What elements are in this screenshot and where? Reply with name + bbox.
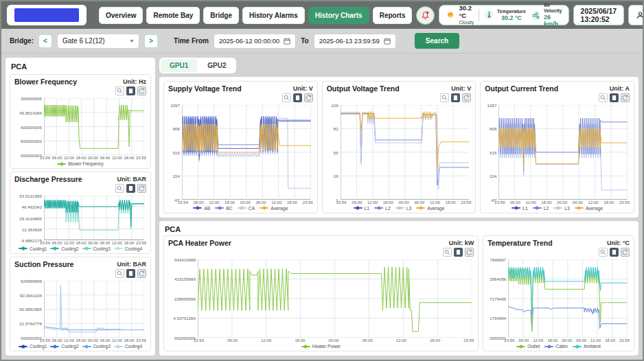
alarm-bell-button[interactable]	[416, 6, 435, 25]
chart-plot[interactable]: 1098255281	[327, 103, 472, 200]
nav-remote-bay[interactable]: Remote Bay	[146, 7, 200, 24]
legend-item-average[interactable]: Average	[416, 206, 444, 211]
save-image-icon[interactable]	[454, 248, 463, 257]
chart-plot[interactable]: 62999999990.394119450.985298521.57647760…	[14, 279, 146, 338]
output-current-chart-card: Output Current Trend Unit: A 10978065152…	[480, 81, 634, 213]
restore-icon[interactable]	[621, 93, 630, 102]
chart-plot[interactable]: 1097806515224-67	[485, 103, 630, 200]
legend-item-cooling3[interactable]: Cooling3	[82, 344, 111, 349]
restore-icon[interactable]	[137, 269, 146, 278]
legend-item-blower-frequency[interactable]: Blower Frequency	[57, 161, 104, 166]
logo-image	[14, 8, 79, 22]
restore-icon[interactable]	[462, 93, 471, 102]
legend-item-cooling2[interactable]: Cooling2	[50, 246, 78, 251]
zoom-icon[interactable]	[599, 248, 608, 257]
legend-item-cooling4[interactable]: Cooling4	[114, 246, 142, 251]
user-icon	[636, 11, 644, 20]
chart-unit: Unit: kW	[449, 240, 474, 246]
legend-label: L2	[544, 206, 549, 211]
legend-item-cooling1[interactable]: Cooling1	[19, 246, 47, 251]
save-image-icon[interactable]	[451, 93, 460, 102]
save-image-icon[interactable]	[126, 269, 135, 278]
zoom-icon[interactable]	[115, 86, 124, 95]
legend-item-l3[interactable]: L3	[553, 206, 570, 211]
x-axis-ticks: 23:5906:0012:0018:0000:0006:0012:0018:00…	[494, 200, 630, 205]
x-axis-tick: 12:00	[526, 200, 536, 205]
y-axis-tick: 1097	[487, 103, 497, 108]
save-image-icon[interactable]	[126, 184, 135, 193]
legend-item-bc[interactable]: BC	[215, 206, 232, 211]
time-to-input[interactable]: 2025-06-13 23:59:59	[314, 34, 396, 49]
legend-item-cooling3[interactable]: Cooling3	[82, 246, 111, 251]
bridge-next-button[interactable]: >	[144, 34, 158, 48]
restore-icon[interactable]	[137, 184, 146, 193]
y-axis-tick: 806	[490, 126, 496, 131]
zoom-icon[interactable]	[443, 248, 452, 257]
legend-item-l2[interactable]: L2	[374, 206, 391, 211]
time-from-input[interactable]: 2025-06-12 00:00:00	[214, 34, 296, 49]
zoom-icon[interactable]	[115, 269, 124, 278]
zoom-icon[interactable]	[599, 93, 608, 102]
legend-item-outlet[interactable]: Outlet	[516, 344, 540, 349]
legend-item-ab[interactable]: AB	[193, 206, 210, 211]
legend-item-cooling1[interactable]: Cooling1	[19, 344, 47, 349]
bridge-prev-button[interactable]: <	[38, 34, 52, 48]
tab-gpu1[interactable]: GPU1	[161, 59, 197, 72]
chart-plot[interactable]: 1097806515224-67	[168, 103, 313, 200]
legend-item-l2[interactable]: L2	[533, 206, 549, 211]
y-axis-tick: 2564066	[490, 277, 506, 281]
legend-item-cooling4[interactable]: Cooling4	[114, 344, 142, 349]
x-axis-tick: 23:59	[136, 338, 146, 342]
bridge-select[interactable]: Gate 6 L2(12)	[57, 34, 139, 49]
chevron-down-icon	[130, 40, 134, 43]
legend-marker-icon	[516, 346, 525, 347]
save-image-icon[interactable]	[610, 93, 619, 102]
legend-item-ca[interactable]: CA	[238, 206, 255, 211]
legend-marker-icon	[215, 207, 224, 209]
zoom-icon[interactable]	[115, 184, 124, 193]
legend-label: Cooling4	[125, 344, 142, 349]
save-image-icon[interactable]	[126, 86, 135, 95]
user-menu[interactable]: admin	[628, 5, 644, 25]
chart-plot[interactable]: 30000000545.8514284600000005600000003000…	[14, 96, 146, 155]
zoom-icon[interactable]	[440, 93, 449, 102]
nav-overview[interactable]: Overview	[99, 7, 143, 24]
save-image-icon[interactable]	[293, 93, 302, 102]
x-axis-tick: 18:00	[547, 338, 557, 342]
x-axis-tick: 23:59	[461, 200, 471, 205]
nav-history-alarms[interactable]: History Alarms	[242, 7, 305, 24]
x-axis-tick: 12:00	[261, 338, 271, 342]
restore-icon[interactable]	[621, 248, 630, 257]
restore-icon[interactable]	[304, 93, 313, 102]
legend-label: Cooling1	[30, 246, 47, 251]
search-button[interactable]: Search	[415, 33, 459, 49]
zoom-icon[interactable]	[282, 93, 291, 102]
top-bar: Overview Remote Bay Bridge History Alarm…	[1, 1, 643, 29]
legend-item-heater-power[interactable]: Heater Power	[301, 344, 341, 349]
chart-plot[interactable]: 53.513196546.46334329.413489512.363636-4…	[14, 194, 146, 240]
legend-item-cabin[interactable]: Cabin	[544, 344, 568, 349]
nav-bridge[interactable]: Bridge	[203, 7, 239, 24]
nav-history-charts[interactable]: History Charts	[308, 7, 369, 24]
chart-plot[interactable]: 79486672564066717946517948640000001	[487, 257, 630, 338]
legend-label: Average	[271, 206, 288, 211]
legend-item-l1[interactable]: L1	[511, 206, 528, 211]
restore-icon[interactable]	[137, 86, 146, 95]
legend-label: AB	[204, 206, 210, 211]
restore-icon[interactable]	[465, 248, 474, 257]
y-axis-tick: 46.463343	[22, 205, 42, 209]
chart-title: Output Current Trend	[485, 84, 558, 93]
temperature-value: 30.2 °C	[501, 14, 522, 21]
legend-item-ambient[interactable]: Ambient	[573, 344, 601, 349]
y-axis-tick: 53.5131965	[19, 194, 42, 198]
legend-item-average[interactable]: Average	[575, 206, 603, 211]
tab-gpu2[interactable]: GPU2	[198, 59, 235, 72]
legend-item-l1[interactable]: L1	[354, 206, 370, 211]
weather-temp: 30.2 °C	[459, 5, 474, 20]
legend-item-l3[interactable]: L3	[395, 206, 412, 211]
chart-plot[interactable]: 0434199994331599992289999964.93701264062…	[168, 257, 474, 338]
legend-item-cooling2[interactable]: Cooling2	[50, 344, 78, 349]
nav-reports[interactable]: Reports	[373, 7, 413, 24]
legend-item-average[interactable]: Average	[260, 206, 288, 211]
save-image-icon[interactable]	[610, 248, 619, 257]
